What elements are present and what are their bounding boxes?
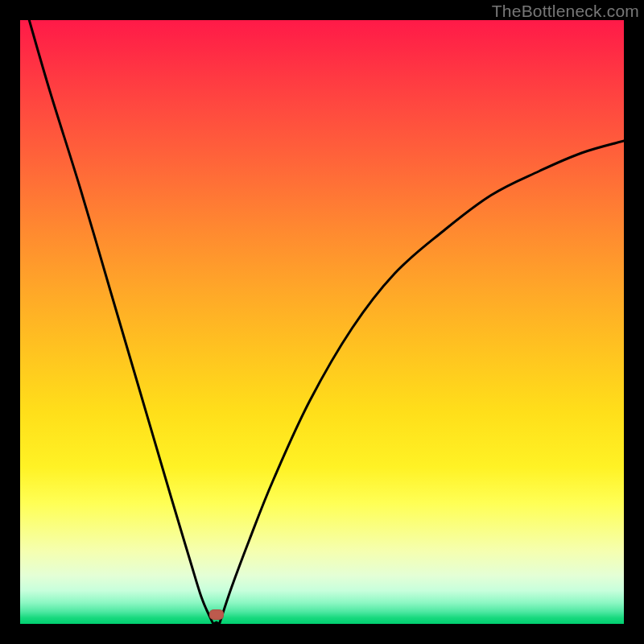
chart-container: TheBottleneck.com (0, 0, 644, 644)
background-gradient (20, 20, 624, 624)
watermark-text: TheBottleneck.com (492, 2, 639, 21)
plot-area (20, 20, 624, 624)
optimum-marker-icon (209, 609, 224, 620)
